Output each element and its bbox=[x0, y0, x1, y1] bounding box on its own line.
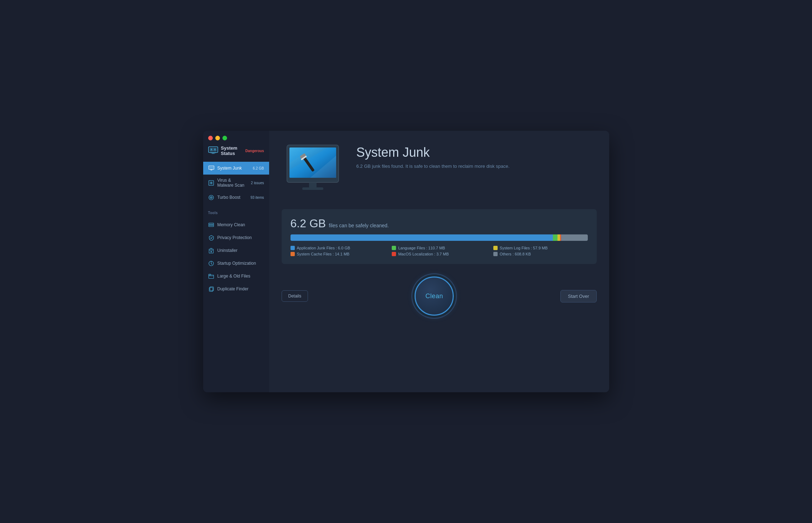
svg-point-5 bbox=[214, 149, 216, 150]
close-button[interactable] bbox=[208, 136, 213, 140]
legend-item-app-junk: Application Junk Files : 6.0 GB bbox=[291, 246, 385, 250]
legend-dot-others bbox=[493, 252, 498, 256]
progress-bar bbox=[291, 234, 588, 241]
legend-item-syscache: System Cache Files : 14.1 MB bbox=[291, 252, 385, 256]
legend-dot-localization bbox=[392, 252, 396, 256]
stats-section: 6.2 GB files can be safely cleaned. Appl… bbox=[282, 209, 597, 264]
legend-dot-language bbox=[392, 246, 396, 250]
progress-segment-others bbox=[561, 234, 588, 241]
progress-segment-app-junk bbox=[291, 234, 553, 241]
stats-size-label: files can be safely cleaned. bbox=[329, 223, 389, 228]
legend-item-syslog: System Log Files : 57.9 MB bbox=[493, 246, 588, 250]
sidebar-item-system-junk[interactable]: System Junk 6.2 GB bbox=[203, 162, 269, 175]
main-content: System Junk 6.2 GB junk files found. It … bbox=[269, 131, 609, 392]
titlebar: System Status Dangerous bbox=[203, 131, 269, 160]
sidebar-item-turbo-boost-label: Turbo Boost bbox=[217, 195, 248, 200]
svg-rect-3 bbox=[212, 153, 215, 154]
startup-optimization-icon bbox=[208, 260, 215, 266]
svg-rect-19 bbox=[210, 224, 211, 226]
traffic-lights bbox=[208, 136, 264, 140]
svg-rect-7 bbox=[209, 166, 214, 169]
sidebar-item-uninstaller[interactable]: Uninstaller bbox=[203, 244, 269, 257]
hero-section: System Junk 6.2 GB junk files found. It … bbox=[282, 141, 597, 198]
system-junk-icon bbox=[208, 165, 215, 171]
legend-label-syscache: System Cache Files : 14.1 MB bbox=[297, 252, 350, 256]
legend-item-language: Language Files : 110.7 MB bbox=[392, 246, 486, 250]
tools-section-label: Tools bbox=[203, 206, 269, 216]
svg-rect-20 bbox=[211, 224, 212, 226]
system-status-label: System Status bbox=[221, 145, 243, 156]
privacy-protection-icon bbox=[208, 234, 215, 241]
svg-point-27 bbox=[211, 261, 212, 262]
svg-rect-28 bbox=[209, 275, 214, 279]
nav-section: System Junk 6.2 GB Virus & Malware Scan … bbox=[203, 160, 269, 206]
progress-segment-language bbox=[553, 234, 558, 241]
large-old-files-icon bbox=[208, 273, 215, 279]
sidebar-item-large-old-files-label: Large & Old Files bbox=[217, 274, 264, 279]
svg-rect-2 bbox=[210, 152, 216, 153]
sidebar-item-turbo-boost[interactable]: Turbo Boost 93 items bbox=[203, 191, 269, 204]
virus-scan-icon bbox=[208, 180, 215, 186]
sidebar-item-virus-scan[interactable]: Virus & Malware Scan 2 issues bbox=[203, 175, 269, 191]
legend-dot-syscache bbox=[291, 252, 295, 256]
sidebar-item-memory-clean-label: Memory Clean bbox=[217, 222, 264, 227]
sidebar-item-startup-optimization-label: Startup Optimization bbox=[217, 261, 264, 266]
hero-subtitle: 6.2 GB junk files found. It is safe to c… bbox=[356, 163, 510, 170]
legend-item-localization: MacOS Localization : 3.7 MB bbox=[392, 252, 486, 256]
sidebar-item-system-junk-badge: 6.2 GB bbox=[253, 166, 264, 170]
start-over-button[interactable]: Start Over bbox=[560, 290, 596, 302]
legend: Application Junk Files : 6.0 GB Language… bbox=[291, 246, 588, 256]
svg-rect-21 bbox=[212, 224, 213, 226]
hero-text: System Junk 6.2 GB junk files found. It … bbox=[356, 141, 510, 170]
turbo-boost-icon bbox=[208, 194, 215, 201]
svg-rect-18 bbox=[209, 224, 210, 226]
tools-section: Memory Clean Privacy Protection bbox=[203, 216, 269, 297]
system-status-header: System Status Dangerous bbox=[208, 145, 264, 156]
svg-rect-38 bbox=[302, 187, 323, 190]
sidebar: System Status Dangerous System Junk 6.2 … bbox=[203, 131, 269, 392]
sidebar-item-virus-scan-label: Virus & Malware Scan bbox=[217, 178, 248, 188]
clean-button[interactable]: Clean bbox=[415, 276, 454, 316]
sidebar-item-turbo-boost-badge: 93 items bbox=[251, 196, 264, 200]
sidebar-item-duplicate-finder[interactable]: Duplicate Finder bbox=[203, 283, 269, 295]
sidebar-item-duplicate-finder-label: Duplicate Finder bbox=[217, 286, 264, 291]
sidebar-item-system-junk-label: System Junk bbox=[217, 166, 250, 171]
legend-label-syslog: System Log Files : 57.9 MB bbox=[500, 246, 548, 250]
progress-segment-syslog bbox=[557, 234, 560, 241]
app-window: System Status Dangerous System Junk 6.2 … bbox=[203, 131, 609, 392]
details-button[interactable]: Details bbox=[282, 290, 308, 302]
legend-label-language: Language Files : 110.7 MB bbox=[398, 246, 445, 250]
sidebar-item-startup-optimization[interactable]: Startup Optimization bbox=[203, 257, 269, 270]
legend-label-others: Others : 608.8 KB bbox=[500, 252, 531, 256]
legend-label-localization: MacOS Localization : 3.7 MB bbox=[398, 252, 449, 256]
sidebar-item-virus-scan-badge: 2 issues bbox=[251, 181, 264, 185]
legend-dot-syslog bbox=[493, 246, 498, 250]
system-status-icon bbox=[208, 146, 218, 155]
legend-item-others: Others : 608.8 KB bbox=[493, 252, 588, 256]
bottom-bar: Details Clean Start Over bbox=[282, 271, 597, 316]
svg-rect-29 bbox=[209, 274, 211, 275]
sidebar-item-uninstaller-label: Uninstaller bbox=[217, 248, 264, 253]
sidebar-item-large-old-files[interactable]: Large & Old Files bbox=[203, 270, 269, 283]
sidebar-item-privacy-protection[interactable]: Privacy Protection bbox=[203, 231, 269, 244]
hero-image bbox=[282, 141, 346, 198]
svg-rect-37 bbox=[309, 182, 317, 188]
clean-button-container: Clean bbox=[415, 276, 454, 316]
stats-size-number: 6.2 GB bbox=[291, 217, 326, 230]
svg-rect-22 bbox=[209, 249, 214, 253]
svg-point-16 bbox=[211, 197, 211, 198]
fullscreen-button[interactable] bbox=[222, 136, 227, 140]
sidebar-item-memory-clean[interactable]: Memory Clean bbox=[203, 218, 269, 231]
hero-title: System Junk bbox=[356, 145, 510, 160]
memory-clean-icon bbox=[208, 222, 215, 228]
minimize-button[interactable] bbox=[215, 136, 220, 140]
uninstaller-icon bbox=[208, 247, 215, 254]
duplicate-finder-icon bbox=[208, 286, 215, 292]
status-badge: Dangerous bbox=[245, 149, 264, 153]
legend-dot-app-junk bbox=[291, 246, 295, 250]
stats-size: 6.2 GB files can be safely cleaned. bbox=[291, 217, 588, 230]
legend-label-app-junk: Application Junk Files : 6.0 GB bbox=[297, 246, 350, 250]
sidebar-item-privacy-protection-label: Privacy Protection bbox=[217, 235, 264, 240]
svg-point-4 bbox=[211, 149, 212, 150]
